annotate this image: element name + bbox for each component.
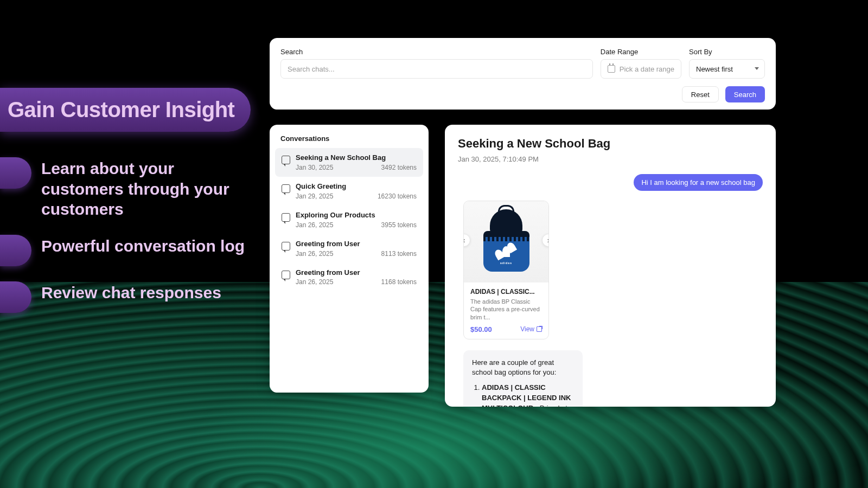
sort-group: Sort By Newest first <box>689 48 765 79</box>
conversation-body: Greeting from UserJan 26, 20251168 token… <box>296 268 417 286</box>
backpack-illustration: adidas <box>482 209 531 274</box>
search-button[interactable]: Search <box>725 86 765 102</box>
filter-row: Search Date Range Pick a date range Sort… <box>280 48 765 79</box>
search-input[interactable] <box>280 59 593 79</box>
conversation-body: Quick GreetingJan 29, 202516230 tokens <box>296 182 417 200</box>
conversation-body: Greeting from UserJan 26, 20258113 token… <box>296 240 417 258</box>
conversation-date: Jan 29, 2025 <box>296 192 333 200</box>
chat-icon <box>282 271 290 279</box>
conversation-item[interactable]: Greeting from UserJan 26, 20251168 token… <box>275 263 423 292</box>
bot-message-item: ADIDAS | CLASSIC BACKPACK | LEGEND INK M… <box>482 383 574 407</box>
chat-icon <box>282 184 290 193</box>
chat-icon <box>282 156 290 164</box>
conversation-tokens: 1168 tokens <box>381 278 417 286</box>
product-info: ADIDAS | CLASSIC... The adidas BP Classi… <box>464 282 548 339</box>
conversation-date: Jan 26, 2025 <box>296 221 333 229</box>
external-link-icon <box>537 326 542 332</box>
product-price: $50.00 <box>470 325 492 333</box>
product-image: adidas <box>464 201 548 282</box>
conversation-item[interactable]: Seeking a New School BagJan 30, 20253492… <box>275 148 423 177</box>
conversation-tokens: 8113 tokens <box>381 250 417 258</box>
bullet-item: Learn about your customers through your … <box>0 157 258 220</box>
conversation-tokens: 16230 tokens <box>378 192 417 200</box>
chat-icon <box>282 213 290 222</box>
product-footer: $50.00 View <box>470 325 542 333</box>
product-view-label: View <box>520 325 534 333</box>
hero-headline-pill: Gain Customer Insight <box>0 88 251 132</box>
conversation-date: Jan 26, 2025 <box>296 250 333 258</box>
sort-select[interactable]: Newest first <box>689 59 765 79</box>
hero-title: Gain Customer Insight <box>8 98 234 122</box>
date-range-group: Date Range Pick a date range <box>601 48 681 79</box>
filter-panel: Search Date Range Pick a date range Sort… <box>270 38 776 110</box>
product-description: The adidas BP Classic Cap features a pre… <box>470 298 542 321</box>
detail-timestamp: Jan 30, 2025, 7:10:49 PM <box>458 155 763 163</box>
bullet-dot-icon <box>0 157 31 189</box>
conversation-date: Jan 30, 2025 <box>296 164 333 171</box>
detail-title: Seeking a New School Bag <box>458 137 763 151</box>
conversations-header: Conversations <box>275 134 423 148</box>
bullet-dot-icon <box>0 235 31 266</box>
product-view-link[interactable]: View <box>520 325 542 333</box>
conversation-date: Jan 26, 2025 <box>296 278 333 286</box>
sort-value: Newest first <box>696 65 733 73</box>
date-range-picker[interactable]: Pick a date range <box>601 59 681 79</box>
bot-message-list: ADIDAS | CLASSIC BACKPACK | LEGEND INK M… <box>472 383 574 407</box>
chat-icon <box>282 242 290 251</box>
filter-actions: Reset Search <box>280 86 765 102</box>
conversation-title: Quick Greeting <box>296 182 417 191</box>
conversation-title: Greeting from User <box>296 268 417 278</box>
bullet-item: Powerful conversation log <box>0 235 258 266</box>
bullet-text: Learn about your customers through your … <box>41 157 258 220</box>
product-name: ADIDAS | CLASSIC... <box>470 288 542 296</box>
conversation-tokens: 3955 tokens <box>381 221 417 229</box>
conversation-item[interactable]: Quick GreetingJan 29, 202516230 tokens <box>275 177 423 206</box>
user-message-row: Hi I am looking for a new school bag <box>458 174 763 191</box>
conversation-body: Exploring Our ProductsJan 26, 20253955 t… <box>296 211 417 229</box>
bot-message-intro: Here are a couple of great school bag op… <box>472 358 574 377</box>
conversation-tokens: 3492 tokens <box>381 164 417 171</box>
search-group: Search <box>280 48 593 79</box>
conversation-body: Seeking a New School BagJan 30, 20253492… <box>296 153 417 171</box>
conversation-item[interactable]: Exploring Our ProductsJan 26, 20253955 t… <box>275 206 423 234</box>
product-card: ‹ › adidas ADIDAS | CLASSIC... The adida… <box>463 201 549 339</box>
sort-label: Sort By <box>689 48 765 56</box>
date-range-label: Date Range <box>601 48 681 56</box>
bot-item-name: ADIDAS | CLASSIC BACKPACK | LEGEND INK M… <box>482 383 571 407</box>
conversations-panel: Conversations Seeking a New School BagJa… <box>270 125 429 393</box>
conversation-meta: Jan 26, 20258113 tokens <box>296 250 417 258</box>
calendar-icon <box>608 65 615 73</box>
bot-message-bubble: Here are a couple of great school bag op… <box>463 350 583 407</box>
search-label: Search <box>280 48 593 56</box>
bullet-text: Powerful conversation log <box>41 235 245 256</box>
bullet-text: Review chat responses <box>41 281 221 303</box>
conversation-title: Seeking a New School Bag <box>296 153 417 163</box>
conversation-meta: Jan 26, 20253955 tokens <box>296 221 417 229</box>
user-message-bubble: Hi I am looking for a new school bag <box>634 174 763 191</box>
date-range-placeholder: Pick a date range <box>620 65 674 73</box>
conversation-meta: Jan 30, 20253492 tokens <box>296 164 417 171</box>
conversation-item[interactable]: Greeting from UserJan 26, 20258113 token… <box>275 234 423 263</box>
conversation-detail-panel: Seeking a New School Bag Jan 30, 2025, 7… <box>445 125 776 407</box>
conversation-meta: Jan 26, 20251168 tokens <box>296 278 417 286</box>
feature-bullets: Learn about your customers through your … <box>0 157 258 328</box>
chat-area: Hi I am looking for a new school bag ‹ ›… <box>458 174 763 407</box>
conversations-list: Seeking a New School BagJan 30, 20253492… <box>275 148 423 291</box>
reset-button[interactable]: Reset <box>682 86 719 102</box>
conversation-title: Exploring Our Products <box>296 211 417 220</box>
conversation-meta: Jan 29, 202516230 tokens <box>296 192 417 200</box>
conversation-title: Greeting from User <box>296 240 417 249</box>
bullet-item: Review chat responses <box>0 281 258 313</box>
bullet-dot-icon <box>0 281 31 313</box>
